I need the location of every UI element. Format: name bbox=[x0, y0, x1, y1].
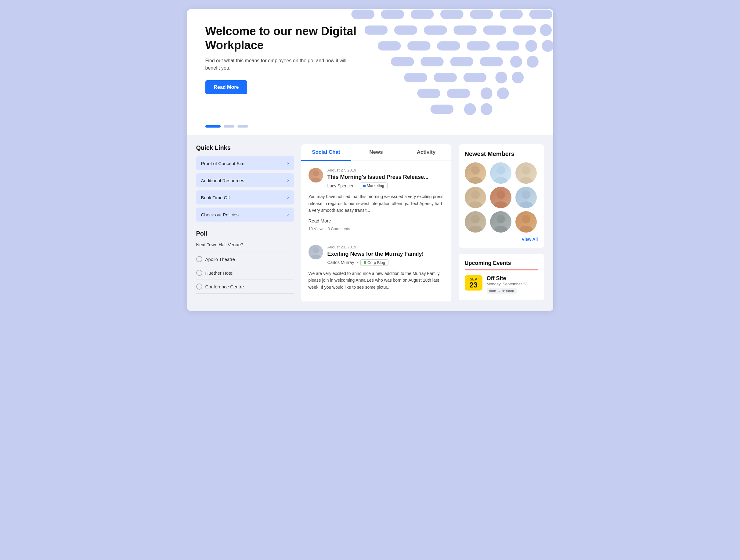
post-author-line: Lucy Spencer - Marketing bbox=[328, 183, 429, 189]
svg-rect-2 bbox=[410, 10, 434, 19]
svg-point-45 bbox=[496, 166, 505, 175]
svg-rect-5 bbox=[499, 10, 523, 19]
members-grid bbox=[465, 162, 538, 232]
svg-rect-32 bbox=[417, 89, 440, 98]
post-body: We are very excited to announce a new ad… bbox=[308, 270, 444, 290]
quick-link-book-time-off[interactable]: Book Time Off › bbox=[196, 190, 294, 204]
tag-color-dot bbox=[363, 185, 366, 187]
svg-point-52 bbox=[494, 201, 507, 208]
middle-column: Social Chat News Activity bbox=[301, 144, 451, 302]
svg-point-19 bbox=[525, 40, 537, 52]
svg-rect-36 bbox=[430, 105, 453, 114]
svg-point-56 bbox=[469, 226, 482, 232]
tab-social-chat[interactable]: Social Chat bbox=[301, 144, 351, 161]
avatar bbox=[308, 245, 323, 259]
svg-rect-11 bbox=[483, 25, 506, 34]
member-avatar[interactable] bbox=[516, 162, 537, 184]
post-title: Exciting News for the Murray Family! bbox=[328, 251, 424, 258]
post-header: August 27, 2019 This Morning's Issued Pr… bbox=[328, 168, 429, 189]
event-name: Off Site bbox=[487, 275, 528, 282]
hero-section: Welcome to our new Digital Workplace Fin… bbox=[187, 9, 553, 119]
svg-point-55 bbox=[471, 215, 480, 223]
chevron-right-icon: › bbox=[287, 178, 289, 183]
svg-rect-29 bbox=[463, 73, 486, 82]
svg-point-53 bbox=[522, 190, 530, 199]
post-author-line: Carlos Murray - Corp Blog bbox=[328, 259, 424, 266]
upcoming-events-card: Upcoming Events SEP 23 Off Site Monday, … bbox=[459, 254, 544, 300]
read-more-button[interactable]: Read More bbox=[205, 80, 248, 94]
member-avatar[interactable] bbox=[490, 162, 512, 184]
member-avatar[interactable] bbox=[465, 187, 486, 208]
event-info: Off Site Monday, September 23 8am → 8:30… bbox=[487, 275, 528, 294]
svg-point-31 bbox=[512, 72, 524, 84]
svg-point-40 bbox=[311, 178, 321, 183]
post-date: August 23, 2019 bbox=[328, 245, 424, 249]
poll-option-3[interactable]: Conference Centre bbox=[196, 280, 294, 294]
svg-rect-27 bbox=[404, 73, 427, 82]
svg-point-41 bbox=[313, 247, 319, 253]
indicator-3[interactable] bbox=[238, 125, 248, 127]
chevron-right-icon: › bbox=[287, 195, 289, 200]
post-body: You may have noticed that this morning w… bbox=[308, 193, 444, 214]
tab-activity[interactable]: Activity bbox=[401, 144, 451, 161]
chevron-right-icon: › bbox=[287, 161, 289, 166]
tag-color-dot bbox=[364, 261, 366, 264]
svg-rect-33 bbox=[447, 89, 470, 98]
svg-point-48 bbox=[520, 177, 533, 184]
poll-question: Next Town Hall Venue? bbox=[196, 242, 294, 247]
post-tag: Marketing bbox=[360, 183, 387, 189]
svg-point-34 bbox=[480, 87, 492, 99]
tab-news[interactable]: News bbox=[351, 144, 401, 161]
post-item: August 27, 2019 This Morning's Issued Pr… bbox=[301, 161, 451, 238]
quick-link-proof-of-concept[interactable]: Proof of Concept Site › bbox=[196, 156, 294, 170]
svg-point-47 bbox=[522, 166, 530, 175]
radio-button[interactable] bbox=[196, 270, 202, 276]
post-item: August 23, 2019 Exciting News for the Mu… bbox=[301, 238, 451, 302]
member-avatar[interactable] bbox=[490, 211, 512, 232]
svg-point-54 bbox=[520, 201, 533, 208]
indicator-1[interactable] bbox=[205, 125, 220, 127]
post-meta: August 23, 2019 Exciting News for the Mu… bbox=[308, 245, 444, 266]
read-more-link[interactable]: Read More bbox=[308, 218, 444, 223]
poll-option-2[interactable]: Huether Hotel bbox=[196, 266, 294, 280]
bottom-section: Quick Links Proof of Concept Site › Addi… bbox=[187, 135, 553, 311]
member-avatar[interactable] bbox=[490, 187, 512, 208]
hero-content: Welcome to our new Digital Workplace Fin… bbox=[205, 24, 358, 94]
event-description: Monday, September 23 bbox=[487, 282, 528, 286]
svg-point-60 bbox=[520, 226, 533, 232]
svg-rect-12 bbox=[513, 25, 536, 34]
svg-point-46 bbox=[494, 177, 507, 184]
member-avatar[interactable] bbox=[465, 162, 486, 184]
svg-rect-18 bbox=[496, 41, 520, 51]
poll-option-1[interactable]: Apollo Theatre bbox=[196, 252, 294, 266]
upcoming-events-title: Upcoming Events bbox=[465, 260, 538, 270]
member-avatar[interactable] bbox=[465, 211, 486, 232]
left-column: Quick Links Proof of Concept Site › Addi… bbox=[196, 144, 294, 294]
svg-point-51 bbox=[496, 190, 505, 199]
radio-button[interactable] bbox=[196, 283, 202, 290]
svg-point-50 bbox=[469, 201, 482, 208]
post-header: August 23, 2019 Exciting News for the Mu… bbox=[328, 245, 424, 266]
svg-rect-3 bbox=[440, 10, 464, 19]
svg-rect-8 bbox=[394, 25, 417, 34]
view-all-link[interactable]: View All bbox=[465, 237, 538, 242]
right-column: Newest Members bbox=[459, 144, 544, 300]
poll-section: Poll Next Town Hall Venue? Apollo Theatr… bbox=[196, 230, 294, 294]
radio-button[interactable] bbox=[196, 256, 202, 262]
indicator-2[interactable] bbox=[224, 125, 235, 127]
svg-point-35 bbox=[497, 87, 509, 99]
member-avatar[interactable] bbox=[516, 211, 537, 232]
quick-link-additional-resources[interactable]: Additional Resources › bbox=[196, 173, 294, 187]
svg-point-57 bbox=[496, 215, 505, 223]
member-avatar[interactable] bbox=[516, 187, 537, 208]
svg-point-13 bbox=[540, 24, 552, 36]
svg-rect-10 bbox=[453, 25, 477, 34]
main-card: Welcome to our new Digital Workplace Fin… bbox=[187, 9, 553, 311]
svg-point-37 bbox=[464, 103, 476, 115]
hero-subtitle: Find out what this means for employees o… bbox=[205, 57, 358, 72]
svg-point-59 bbox=[522, 215, 530, 223]
quick-link-check-policies[interactable]: Check out Policies › bbox=[196, 207, 294, 221]
post-tag: Corp Blog bbox=[360, 259, 388, 266]
event-date-badge: SEP 23 bbox=[465, 275, 482, 290]
svg-point-25 bbox=[510, 56, 522, 68]
